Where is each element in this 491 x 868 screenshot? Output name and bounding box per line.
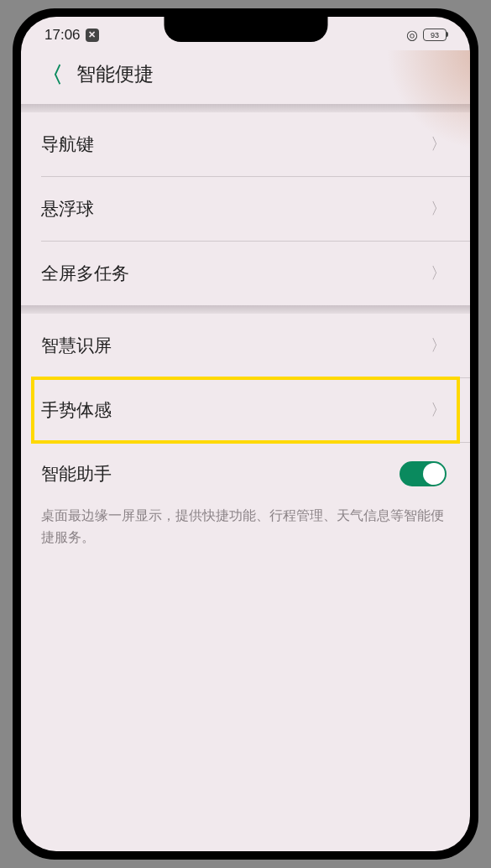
- section-divider: [21, 305, 470, 314]
- gesture-item-wrapper: 手势体感 〉: [21, 378, 470, 442]
- toggle-knob: [423, 463, 445, 485]
- fullscreen-multitask-item[interactable]: 全屏多任务 〉: [21, 242, 470, 305]
- fullscreen-multitask-label: 全屏多任务: [41, 262, 129, 285]
- smart-assistant-label: 智能助手: [41, 462, 112, 486]
- float-ball-item[interactable]: 悬浮球 〉: [21, 177, 470, 241]
- vibrate-icon: ◎: [406, 27, 418, 43]
- battery-icon: 93: [423, 29, 447, 41]
- chevron-right-icon: 〉: [431, 335, 447, 356]
- assistant-description: 桌面最边缘一屏显示，提供快捷功能、行程管理、天气信息等智能便捷服务。: [21, 505, 470, 564]
- battery-level: 93: [431, 31, 439, 39]
- smart-screen-label: 智慧识屏: [41, 334, 112, 357]
- gesture-sensing-item[interactable]: 手势体感 〉: [21, 378, 470, 442]
- chevron-right-icon: 〉: [431, 198, 447, 220]
- back-button[interactable]: 〈: [41, 64, 63, 86]
- nav-keys-item[interactable]: 导航键 〉: [21, 112, 470, 176]
- chevron-right-icon: 〉: [431, 399, 447, 421]
- close-icon: ✕: [86, 29, 99, 42]
- smart-assistant-item: 智能助手: [21, 443, 470, 505]
- chevron-right-icon: 〉: [431, 262, 447, 284]
- screen: 17:06 ✕ ◎ 93 〈 智能便捷 导航键 〉 悬浮球 〉 全: [21, 17, 470, 851]
- status-time: 17:06: [44, 27, 81, 44]
- status-left: 17:06 ✕: [44, 27, 99, 44]
- smart-screen-item[interactable]: 智慧识屏 〉: [21, 314, 470, 377]
- smart-assistant-toggle[interactable]: [400, 461, 447, 486]
- gesture-sensing-label: 手势体感: [41, 398, 112, 422]
- chevron-right-icon: 〉: [431, 133, 447, 155]
- page-title: 智能便捷: [76, 61, 154, 87]
- header: 〈 智能便捷: [21, 46, 470, 104]
- status-right: ◎ 93: [406, 27, 447, 43]
- phone-frame: 17:06 ✕ ◎ 93 〈 智能便捷 导航键 〉 悬浮球 〉 全: [13, 8, 478, 860]
- section-divider: [21, 104, 470, 112]
- float-ball-label: 悬浮球: [41, 197, 94, 221]
- nav-keys-label: 导航键: [41, 133, 94, 156]
- notch: [164, 17, 327, 42]
